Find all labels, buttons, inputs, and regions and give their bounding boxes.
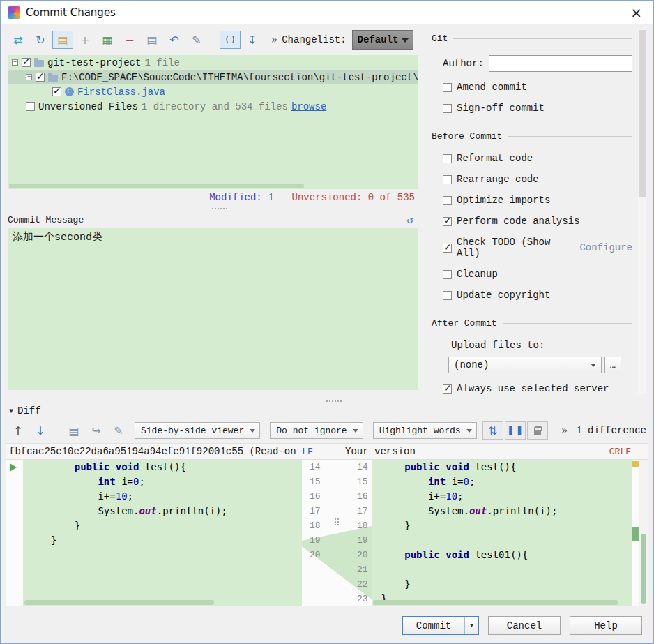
commit-changes-dialog: { "window": {"title": "Commit Changes"},… <box>0 0 654 644</box>
disable-editing-icon[interactable] <box>527 421 548 440</box>
checkbox-box[interactable] <box>443 83 452 92</box>
directory-checkbox[interactable] <box>36 73 45 82</box>
signoff-commit-checkbox[interactable]: Sign-off commit <box>443 103 632 114</box>
checkbox-box[interactable] <box>443 196 452 205</box>
checkbox-box[interactable] <box>443 217 452 226</box>
checkbox-box[interactable] <box>443 154 452 163</box>
left-code-pane[interactable]: public void test(){ int i=0; i+=10; Syst… <box>23 460 302 606</box>
checkbox-box[interactable] <box>443 104 452 113</box>
code-line: public void test(){ <box>381 460 632 474</box>
always-use-server-checkbox[interactable]: Always use selected server <box>443 383 632 394</box>
group-divider <box>453 38 632 39</box>
right-vertical-scrollbar[interactable] <box>639 460 648 606</box>
group-by-icon[interactable]: ▤ <box>142 31 162 49</box>
delete-icon[interactable]: − <box>119 31 140 49</box>
tree-horizontal-scrollbar[interactable] <box>9 184 304 188</box>
checkbox-box[interactable] <box>443 244 452 253</box>
apply-change-icon[interactable] <box>10 463 17 472</box>
checkbox-box[interactable] <box>443 384 452 394</box>
unversioned-checkbox[interactable] <box>26 102 35 111</box>
project-checkbox[interactable] <box>22 58 31 67</box>
tree-label: Unversioned Files <box>38 101 138 112</box>
diff-toolbar: ↑ ↓ ▤ ↪ ✎ Side-by-side viewer Do not ign… <box>1 418 653 443</box>
options-scrollbar[interactable] <box>638 29 646 394</box>
changes-tree: − git-test-project 1 file − F:\CODE_SPAC… <box>8 55 418 189</box>
code-line: System.out.println(i); <box>51 504 302 518</box>
collapse-handle-icon[interactable]: − <box>26 74 32 80</box>
diff-splitter-handle[interactable] <box>1 398 653 404</box>
commit-options-dropdown-icon[interactable]: ▼ <box>464 617 478 634</box>
left-horizontal-scrollbar[interactable] <box>24 600 214 605</box>
right-horizontal-scrollbar[interactable] <box>373 600 618 605</box>
rollback-icon[interactable]: ↶ <box>164 31 185 49</box>
update-copyright-checkbox[interactable]: Update copyright <box>443 290 632 301</box>
code-line: public void test01(){ <box>381 548 632 562</box>
optimize-imports-checkbox[interactable]: Optimize imports <box>443 195 632 206</box>
tree-row-file[interactable]: C FirstClass.java <box>8 84 418 99</box>
reformat-code-checkbox[interactable]: Reformat code <box>443 153 632 164</box>
collapse-handle-icon[interactable]: − <box>12 59 18 66</box>
checkbox-label: Optimize imports <box>457 195 550 206</box>
changelist-select[interactable]: Default <box>352 30 413 50</box>
browse-link[interactable]: browse <box>291 101 326 112</box>
checkbox-box[interactable] <box>443 175 452 184</box>
rearrange-code-checkbox[interactable]: Rearrange code <box>443 174 632 185</box>
collapse-unchanged-icon[interactable]: ⇅ <box>482 421 503 440</box>
tree-row-project[interactable]: − git-test-project 1 file <box>8 55 418 70</box>
jump-to-source-icon[interactable]: ↪ <box>86 421 107 440</box>
edit-file-icon[interactable]: ✎ <box>108 421 129 440</box>
code-line <box>381 562 632 577</box>
diff-section-header[interactable]: ▼ Diff <box>1 404 653 418</box>
commit-button[interactable]: Commit ▼ <box>402 616 479 635</box>
edit-source-icon[interactable]: ✎ <box>186 31 207 49</box>
collapse-diff-icon[interactable]: ▼ <box>9 407 13 415</box>
show-diff-icon[interactable]: ⇄ <box>8 31 29 49</box>
configure-link[interactable]: Configure <box>579 242 632 253</box>
author-input[interactable] <box>489 55 632 72</box>
close-icon[interactable]: × <box>626 6 646 20</box>
right-code-pane[interactable]: public void test(){ int i=0; i+=10; Syst… <box>372 460 632 606</box>
next-difference-icon[interactable]: ↓ <box>30 421 51 440</box>
upload-target-select[interactable]: (none) <box>448 357 602 373</box>
right-line-ending-badge[interactable]: CRLF <box>609 447 632 457</box>
change-marker[interactable] <box>632 527 639 541</box>
group-by-directory-icon[interactable]: ( ) <box>220 31 241 49</box>
more-actions-icon[interactable]: » <box>271 33 277 46</box>
sync-scroll-icon[interactable]: ▌▐ <box>505 421 526 440</box>
browse-server-button[interactable]: … <box>604 357 621 373</box>
open-in-editor-icon[interactable]: ▤ <box>63 421 84 440</box>
viewer-type-select[interactable]: Side-by-side viewer <box>135 422 260 439</box>
expand-all-icon[interactable]: ↧ <box>242 31 263 49</box>
changes-view-icon[interactable]: ▤ <box>52 31 73 49</box>
refresh-changes-icon[interactable]: ↻ <box>30 31 51 49</box>
cleanup-checkbox[interactable]: Cleanup <box>443 269 632 280</box>
cancel-button[interactable]: Cancel <box>488 616 561 635</box>
whitespace-policy-select[interactable]: Do not ignore <box>270 422 363 439</box>
commit-message-input[interactable]: 添加一个second类 <box>8 228 418 390</box>
code-analysis-checkbox[interactable]: Perform code analysis <box>443 216 632 227</box>
left-line-ending-badge[interactable]: LF <box>296 447 319 457</box>
before-commit-title: Before Commit <box>432 131 502 142</box>
line-number: 21 <box>349 562 368 577</box>
help-button[interactable]: Help <box>570 616 642 635</box>
divider-grip-dots[interactable] <box>335 518 336 520</box>
tree-row-directory[interactable]: − F:\CODE_SPACE\SouceCode\ITHEIMA\fourse… <box>8 70 418 84</box>
warning-marker[interactable] <box>632 461 639 467</box>
splitter-handle[interactable] <box>8 206 418 211</box>
file-checkbox[interactable] <box>52 87 61 96</box>
highlight-policy-select[interactable]: Highlight words <box>373 422 477 439</box>
checkbox-box[interactable] <box>443 291 452 300</box>
checkbox-box[interactable] <box>443 270 452 279</box>
previous-difference-icon[interactable]: ↑ <box>8 421 29 440</box>
group-divider <box>89 220 397 220</box>
diff-more-actions-icon[interactable]: » <box>561 424 568 437</box>
add-icon[interactable]: + <box>75 31 96 49</box>
amend-commit-checkbox[interactable]: Amend commit <box>443 82 632 93</box>
commit-button-label[interactable]: Commit <box>403 620 464 631</box>
scrollbar-thumb[interactable] <box>639 30 646 197</box>
tree-row-unversioned[interactable]: Unversioned Files 1 directory and 534 fi… <box>8 99 418 114</box>
check-todo-checkbox[interactable]: Check TODO (Show All) Configure <box>443 237 632 259</box>
scrollbar-thumb[interactable] <box>641 534 646 604</box>
move-to-changelist-icon[interactable]: ▦ <box>97 31 118 49</box>
message-history-icon[interactable]: ↺ <box>402 213 418 227</box>
